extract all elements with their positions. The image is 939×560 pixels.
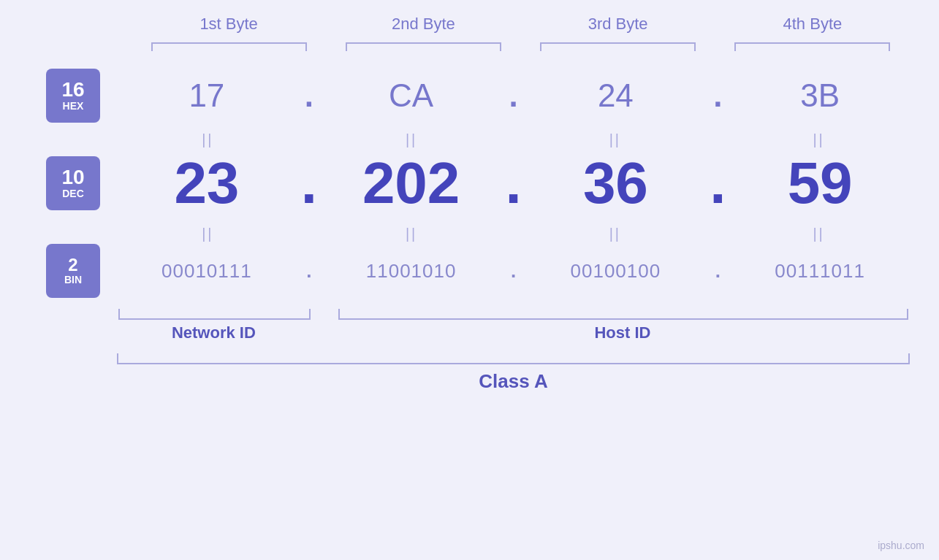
byte-header-2: 2nd Byte	[326, 15, 520, 39]
equals-6: ||	[321, 226, 503, 242]
watermark: ipshu.com	[878, 540, 924, 551]
network-id-bracket	[118, 309, 311, 320]
bracket-top-2	[346, 42, 501, 51]
equals-3: ||	[525, 131, 707, 148]
bin-row: 2 BIN 00010111 . 11001010 . 00100100 . 0…	[29, 244, 910, 298]
bin-base-num: 2	[68, 256, 77, 274]
bin-val-4: 00111011	[730, 260, 910, 283]
bracket-1	[132, 39, 326, 54]
equals-dot-4	[299, 226, 321, 242]
equals-dot-1	[299, 131, 321, 148]
hex-val-4: 3B	[730, 77, 910, 114]
equals-dot-3	[706, 131, 728, 148]
equals-row-2: || || || ||	[29, 226, 910, 242]
hex-val-1: 17	[117, 77, 297, 114]
dec-dot-3: .	[707, 154, 729, 212]
bin-dot-3: .	[707, 261, 729, 280]
byte-headers: 1st Byte 2nd Byte 3rd Byte 4th Byte	[29, 15, 910, 39]
equals-8: ||	[728, 226, 910, 242]
bracket-2	[326, 39, 520, 54]
hex-dot-1: .	[298, 80, 320, 112]
dec-dot-1: .	[298, 154, 320, 212]
class-section: Class A	[29, 353, 910, 393]
hex-values: 17 . CA . 24 . 3B	[117, 77, 910, 114]
hex-val-2: CA	[322, 77, 501, 114]
equals-row-1: || || || ||	[29, 131, 910, 148]
class-bracket	[117, 353, 910, 364]
dec-val-4: 59	[730, 150, 910, 217]
equals-2: ||	[321, 131, 503, 148]
equals-dot-6	[706, 226, 728, 242]
hex-base-name: HEX	[63, 100, 84, 112]
bracket-top-4	[734, 42, 890, 51]
hex-dot-2: .	[503, 80, 525, 112]
dec-val-1: 23	[117, 150, 297, 217]
bin-values: 00010111 . 11001010 . 00100100 . 0011101…	[117, 260, 910, 283]
byte-header-1: 1st Byte	[132, 15, 326, 39]
equals-dot-5	[503, 226, 525, 242]
bin-label: 2 BIN	[29, 244, 117, 298]
hex-base-num: 16	[61, 80, 84, 100]
byte-header-4: 4th Byte	[715, 15, 910, 39]
equals-dot-2	[503, 131, 525, 148]
dec-dot-2: .	[503, 154, 525, 212]
bottom-labels-row: Network ID Host ID	[117, 323, 910, 342]
hex-label-box: 16 HEX	[46, 69, 100, 123]
bin-dot-1: .	[298, 261, 320, 280]
host-id-label: Host ID	[337, 323, 908, 342]
dec-label: 10 DEC	[29, 156, 117, 210]
bottom-section: Network ID Host ID	[29, 309, 910, 342]
dec-base-name: DEC	[62, 188, 84, 200]
bracket-4	[715, 39, 910, 54]
dec-row: 10 DEC 23 . 202 . 36 . 59	[29, 150, 910, 217]
equals-5: ||	[117, 226, 299, 242]
bin-label-box: 2 BIN	[46, 244, 100, 298]
top-brackets	[29, 39, 910, 54]
bracket-3	[521, 39, 715, 54]
dec-label-box: 10 DEC	[46, 156, 100, 210]
equals-4: ||	[728, 131, 910, 148]
bracket-top-3	[540, 42, 696, 51]
bin-val-2: 11001010	[322, 260, 501, 283]
hex-val-3: 24	[526, 77, 706, 114]
bin-val-3: 00100100	[526, 260, 706, 283]
equals-7: ||	[525, 226, 707, 242]
bin-base-name: BIN	[64, 274, 82, 286]
main-container: 1st Byte 2nd Byte 3rd Byte 4th Byte 16 H…	[0, 0, 939, 560]
dec-values: 23 . 202 . 36 . 59	[117, 150, 910, 217]
dec-val-2: 202	[322, 150, 501, 217]
bracket-top-1	[151, 42, 307, 51]
network-id-label: Network ID	[118, 323, 309, 342]
hex-label: 16 HEX	[29, 69, 117, 123]
host-id-bracket	[338, 309, 908, 320]
bottom-brackets-row	[117, 309, 910, 320]
dec-base-num: 10	[61, 167, 84, 188]
class-label: Class A	[117, 370, 910, 393]
hex-dot-3: .	[707, 80, 729, 112]
dec-val-3: 36	[526, 150, 706, 217]
bracket-spacer-2	[311, 323, 335, 342]
byte-header-3: 3rd Byte	[521, 15, 715, 39]
bin-val-1: 00010111	[117, 260, 297, 283]
bin-dot-2: .	[503, 261, 525, 280]
hex-row: 16 HEX 17 . CA . 24 . 3B	[29, 69, 910, 123]
equals-1: ||	[117, 131, 299, 148]
